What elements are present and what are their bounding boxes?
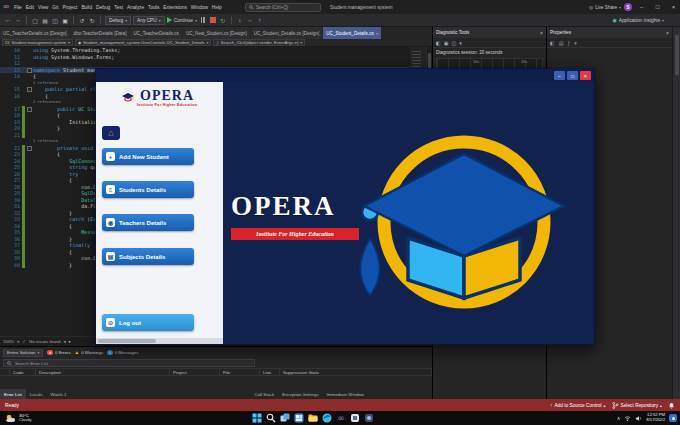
taskbar-icon-pinned-app-2[interactable]: [364, 413, 374, 423]
sidebar-button-teachers-details[interactable]: ◉Teachers Details: [102, 214, 194, 231]
notification-badge[interactable]: [669, 414, 677, 422]
panel-tab-locals[interactable]: Locals: [26, 389, 47, 399]
step-over-icon[interactable]: →: [246, 15, 254, 25]
menu-test[interactable]: Test: [112, 0, 125, 14]
zoom-select[interactable]: 100%: [3, 339, 14, 344]
restart-icon[interactable]: ↻: [219, 15, 227, 25]
project-dropdown[interactable]: C# Student management system▾: [2, 39, 73, 46]
continue-button[interactable]: Continue ▾: [167, 17, 197, 23]
open-folder-icon[interactable]: ▤: [41, 15, 49, 25]
wifi-icon[interactable]: [624, 415, 631, 422]
logout-button[interactable]: ⊙ Log out: [102, 314, 194, 331]
column-header-file[interactable]: File: [220, 369, 260, 375]
taskbar-icon-widgets[interactable]: [294, 413, 304, 423]
sidebar-horizontal-scrollbar[interactable]: [96, 338, 223, 344]
vs-search-box[interactable]: Search (Ctrl+Q): [245, 3, 321, 12]
menu-help[interactable]: Help: [210, 0, 224, 14]
chevron-down-icon[interactable]: ▾: [574, 40, 577, 46]
taskbar-icon-edge[interactable]: [322, 413, 332, 423]
menu-git[interactable]: Git: [50, 0, 60, 14]
step-out-icon[interactable]: ↑: [256, 15, 264, 25]
volume-icon[interactable]: [635, 415, 642, 422]
home-button[interactable]: ⌂: [102, 126, 120, 140]
sidebar-button-students-details[interactable]: ≡Students Details: [102, 181, 194, 198]
column-header-code[interactable]: Code: [10, 369, 36, 375]
right-scrollbar[interactable]: [672, 27, 680, 399]
hidden-icons-chevron[interactable]: ∧: [617, 415, 621, 421]
sidebar-button-add-new-student[interactable]: +Add New Student: [102, 148, 194, 165]
column-header-suppression-state[interactable]: Suppression State: [280, 369, 432, 375]
column-header-icon[interactable]: [0, 369, 10, 375]
menu-window[interactable]: Window: [189, 0, 210, 14]
menu-build[interactable]: Build: [79, 0, 94, 14]
menu-project[interactable]: Project: [60, 0, 79, 14]
weather-widget[interactable]: 30°C Cloudy: [0, 413, 36, 424]
member-dropdown[interactable]: ƒ Search_Click(object sender, EventArgs …: [213, 39, 305, 46]
taskbar-icon-search[interactable]: [266, 413, 276, 423]
maximize-button[interactable]: □: [651, 0, 664, 14]
alphabetical-icon[interactable]: ▤: [559, 40, 564, 46]
menu-debug[interactable]: Debug: [94, 0, 112, 14]
sidebar-button-subjects-details[interactable]: ▤Subjects Details: [102, 248, 194, 265]
warnings-badge[interactable]: ▲0 Warnings: [75, 350, 104, 355]
clock[interactable]: 12:52 PM 8/17/2022: [646, 413, 665, 423]
events-icon[interactable]: ƒ: [567, 40, 570, 46]
menu-analyze[interactable]: Analyze: [125, 0, 146, 14]
taskbar-icon-task-view[interactable]: [280, 413, 290, 423]
taskbar-icon-pinned-app-1[interactable]: [350, 413, 360, 423]
prev-issue-icon[interactable]: ◂: [64, 339, 66, 344]
next-issue-icon[interactable]: ▸: [69, 339, 71, 344]
scrollbar-thumb[interactable]: [675, 35, 679, 75]
panel-tab-error-list[interactable]: Error List: [0, 389, 26, 399]
back-icon[interactable]: ←: [4, 15, 12, 25]
errors-badge[interactable]: ×0 Errors: [47, 350, 70, 356]
panel-tab-exception-settings[interactable]: Exception Settings: [278, 389, 322, 399]
doc-tab-uc-student-details-cs[interactable]: UC_Student_Details.cs×: [323, 27, 381, 39]
break-all-icon[interactable]: [199, 15, 207, 25]
doc-tab-uc-student-details-cs-design[interactable]: UC_Student_Details.cs [Design]: [251, 27, 323, 39]
solution-config-dropdown[interactable]: Debug▾: [105, 16, 131, 25]
menu-view[interactable]: View: [36, 0, 50, 14]
snapshot-icon[interactable]: ◧: [436, 40, 441, 46]
close-icon[interactable]: ×: [666, 30, 669, 36]
new-file-icon[interactable]: ▢: [31, 15, 39, 25]
panel-tab-call-stack[interactable]: Call Stack: [250, 389, 278, 399]
taskbar-icon-start[interactable]: [252, 413, 262, 423]
close-button[interactable]: ×: [667, 0, 680, 14]
redo-icon[interactable]: ↻: [88, 15, 96, 25]
error-search-input[interactable]: Search Error List: [3, 359, 255, 367]
app-minimize-button[interactable]: –: [554, 71, 565, 80]
application-insights-dropdown[interactable]: ◉ Application Insights ▾: [612, 17, 664, 23]
close-icon[interactable]: ×: [376, 31, 379, 36]
app-close-button[interactable]: ×: [580, 71, 591, 80]
scrollbar-thumb[interactable]: [98, 339, 156, 343]
app-titlebar[interactable]: – □ ×: [96, 69, 594, 82]
column-header-description[interactable]: Description: [36, 369, 170, 375]
forward-icon[interactable]: →: [14, 15, 22, 25]
doc-tab-dbo-teacherdetails-data[interactable]: dbo.TeacherDetails [Data]: [71, 27, 130, 39]
timeline-icon[interactable]: ▣: [444, 40, 449, 46]
collapse-icon[interactable]: -: [27, 68, 32, 73]
save-icon[interactable]: ◫: [51, 15, 59, 25]
menu-edit[interactable]: Edit: [24, 0, 36, 14]
taskbar-icon-file-explorer[interactable]: [308, 413, 318, 423]
scope-dropdown[interactable]: Entire Solution▾: [3, 349, 43, 357]
user-avatar[interactable]: S: [624, 3, 632, 11]
collapse-icon[interactable]: -: [27, 107, 32, 112]
doc-tab-uc-teacherdetails-cs-design[interactable]: UC_TeacherDetails.cs [Design]: [0, 27, 70, 39]
stop-debug-icon[interactable]: [209, 15, 217, 25]
taskbar-icon-visual-studio[interactable]: ∞: [336, 413, 346, 423]
collapse-icon[interactable]: -: [27, 87, 32, 92]
categorized-icon[interactable]: ◧: [550, 40, 555, 46]
collapse-icon[interactable]: -: [27, 146, 32, 151]
minimize-button[interactable]: –: [635, 0, 648, 14]
menu-tools[interactable]: Tools: [146, 0, 161, 14]
save-all-icon[interactable]: ▣: [61, 15, 69, 25]
platform-dropdown[interactable]: Any CPU▾: [133, 16, 165, 25]
settings-icon[interactable]: ▾: [459, 40, 462, 46]
close-icon[interactable]: ×: [540, 30, 543, 36]
column-header-line[interactable]: Line: [260, 369, 280, 375]
column-header-project[interactable]: Project: [170, 369, 220, 375]
zoom-in-icon[interactable]: ◫: [451, 40, 456, 46]
select-repository-button[interactable]: Select Repository ▴: [612, 402, 663, 409]
